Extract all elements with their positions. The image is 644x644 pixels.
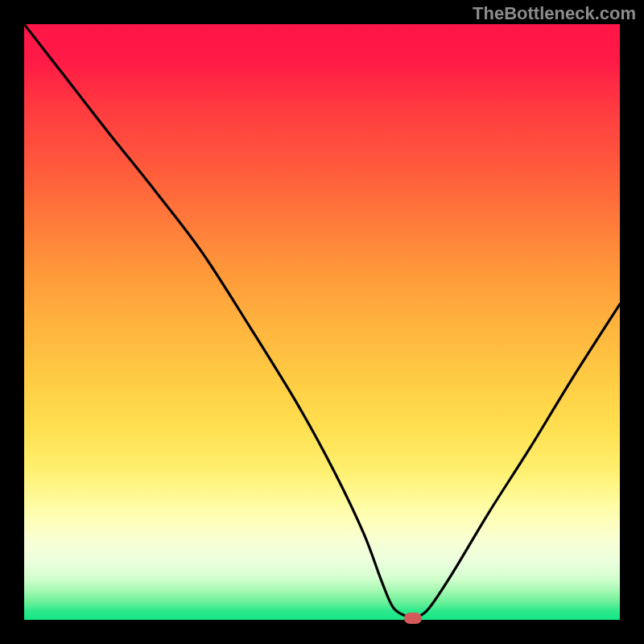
chart-frame: TheBottleneck.com bbox=[0, 0, 644, 644]
optimal-marker bbox=[404, 613, 422, 624]
watermark-text: TheBottleneck.com bbox=[473, 3, 636, 24]
bottleneck-curve bbox=[24, 24, 620, 620]
